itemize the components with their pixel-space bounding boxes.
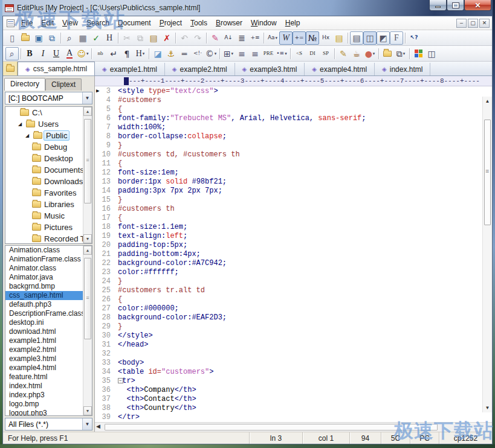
span-button[interactable]: SP — [319, 47, 332, 60]
code-line-13[interactable]: 13border:1px solid #98bf21; — [95, 178, 482, 187]
scroll-up-icon[interactable]: ▲ — [83, 246, 92, 255]
tab-example4.html[interactable]: ◈example4.html — [305, 63, 375, 75]
list-button[interactable]: •≡▾ — [275, 47, 288, 60]
file-item-example2-html[interactable]: example2.html — [5, 345, 92, 354]
tree-item-desktop[interactable]: Desktop — [5, 153, 92, 164]
image-button[interactable]: ◪ — [151, 47, 164, 60]
nbsp-button[interactable]: nb — [94, 47, 107, 60]
file-item-animator-class[interactable]: Animator.class — [5, 264, 92, 273]
tab-list-button[interactable] — [3, 62, 18, 75]
align-left-button[interactable]: ≡ — [235, 47, 248, 60]
marker-button[interactable]: ✎ — [209, 31, 222, 45]
horizontal-rule-button[interactable]: ═ — [178, 47, 191, 60]
sidebar-tab-directory[interactable]: Directory — [4, 78, 45, 91]
code-line-29[interactable]: 29} — [95, 322, 482, 331]
strike-button[interactable]: <S — [293, 47, 306, 60]
code-line-26[interactable]: 26{ — [95, 295, 482, 304]
editor-scrollbar-thumb[interactable] — [484, 120, 491, 225]
chevron-down-icon[interactable]: ▼ — [82, 92, 92, 104]
div-button[interactable]: DI — [306, 47, 319, 60]
editor-area[interactable]: ---+----1----+----2----+----3----+----4-… — [95, 76, 492, 432]
code-line-18[interactable]: 18font-size:1.1em; — [95, 223, 482, 232]
file-item-defauth-php3[interactable]: defauth.php3 — [5, 300, 92, 309]
code-line-17[interactable]: 17{ — [95, 214, 482, 223]
mdi-close-button[interactable]: ✕ — [479, 19, 490, 28]
file-item-descriptionframe-class[interactable]: DescriptionFrame.class — [5, 309, 92, 318]
print-button[interactable]: ▦ — [76, 31, 89, 45]
tree-item-pictures[interactable]: Pictures — [5, 222, 92, 233]
menu-search[interactable]: Search — [82, 17, 114, 29]
mdi-minimize-button[interactable]: – — [456, 19, 467, 28]
file-item-feature-html[interactable]: feature.html — [5, 373, 92, 382]
file-filter-selector[interactable]: All Files (*.*) ▼ — [5, 418, 92, 430]
save-all-button[interactable]: ⧉ — [45, 31, 59, 45]
window-layout-button[interactable]: ◫ — [425, 47, 438, 60]
editor-horizontal-scrollbar[interactable]: ◀ — [95, 422, 492, 432]
code-line-22[interactable]: 22background-color:#A7C942; — [95, 259, 482, 268]
file-item-logout-php3[interactable]: logout.php3 — [5, 409, 92, 416]
minimize-button[interactable] — [429, 0, 447, 11]
object-colors-button[interactable]: ●▾ — [363, 47, 377, 60]
tree-expand-icon[interactable]: ◢ — [18, 121, 22, 127]
file-item-animator-java[interactable]: Animator.java — [5, 273, 92, 282]
code-line-34[interactable]: 34<table id="customers"> — [95, 368, 482, 377]
document-properties-button[interactable]: ▤ — [332, 31, 346, 45]
file-item-example1-html[interactable]: example1.html — [5, 336, 92, 345]
tree-item-documents[interactable]: Documents — [5, 164, 92, 176]
open-folder-button[interactable] — [19, 31, 32, 45]
script-button[interactable]: ✎ — [337, 47, 350, 60]
code-line-28[interactable]: 28background-color:#EAF2D3; — [95, 313, 482, 322]
editor-hscrollbar-thumb[interactable] — [105, 424, 438, 430]
file-item-example3-html[interactable]: example3.html — [5, 354, 92, 363]
code-line-21[interactable]: 21padding-bottom:4px; — [95, 250, 482, 259]
save-button[interactable]: ▣ — [32, 31, 45, 45]
code-line-32[interactable]: 32 — [95, 350, 482, 359]
code-line-25[interactable]: 25#customers tr.alt td — [95, 286, 482, 295]
special-character-button[interactable]: ©▾ — [204, 47, 218, 60]
title-bar[interactable]: EditPlus [My Project] - [C:\Users\Public… — [0, 0, 495, 16]
line-break-button[interactable]: ↵ — [107, 47, 120, 60]
code-line-39[interactable]: 39</tr> — [95, 413, 482, 422]
tree-item-favorites[interactable]: Favorites — [5, 187, 92, 199]
scroll-left-icon[interactable]: ◀ — [96, 423, 100, 429]
tree-item-recorded-tv[interactable]: Recorded TV — [5, 233, 92, 244]
code-line-11[interactable]: 11{ — [95, 159, 482, 168]
font-color-button[interactable]: A — [63, 47, 76, 60]
delete-button[interactable]: ✗ — [160, 31, 173, 45]
tab-example1.html[interactable]: ◈example1.html — [95, 63, 165, 75]
document-window-icon[interactable] — [7, 19, 15, 27]
code-line-10[interactable]: 10#customers td, #customers th — [95, 150, 482, 159]
code-line-3[interactable]: ▶3<style type="text/css"> — [95, 87, 482, 96]
file-item-index-html[interactable]: index.html — [5, 382, 92, 391]
hex-viewer-button[interactable]: Hx — [319, 31, 332, 45]
close-button[interactable]: ✕ — [464, 0, 491, 11]
context-help-button[interactable]: ↖? — [407, 31, 421, 45]
menu-document[interactable]: Document — [114, 17, 155, 29]
tab-css_sample.html[interactable]: ◈css_sample.html — [18, 62, 95, 75]
browse-folder-button[interactable] — [381, 47, 394, 60]
tree-item-libraries[interactable]: Libraries — [5, 199, 92, 210]
menu-file[interactable]: File — [17, 17, 37, 29]
tab-example2.html[interactable]: ◈example2.html — [165, 63, 235, 75]
code-area[interactable]: ▶3<style type="text/css">4#customers5{6f… — [95, 86, 492, 422]
code-line-16[interactable]: 16#customers th — [95, 205, 482, 214]
code-line-37[interactable]: 37 <th>Contact</th> — [95, 395, 482, 404]
anchor-button[interactable]: ⚓ — [164, 47, 178, 60]
tree-item-downloads[interactable]: Downloads — [5, 176, 92, 187]
code-line-36[interactable]: 36 <th>Company</th> — [95, 386, 482, 395]
word-wrap-button[interactable]: W — [279, 31, 293, 45]
file-item-animation-class[interactable]: Animation.class — [5, 246, 92, 255]
code-line-35[interactable]: 35−<tr> — [95, 377, 482, 386]
paragraph-button[interactable]: ¶ — [120, 47, 134, 60]
chevron-down-icon[interactable]: ▼ — [82, 418, 92, 430]
scroll-down-icon[interactable]: ▼ — [483, 405, 492, 411]
mdi-restore-button[interactable]: ▢ — [468, 19, 478, 28]
align-center-button[interactable]: ≡ — [248, 47, 262, 60]
code-line-8[interactable]: 8border-collapse:collapse; — [95, 132, 482, 141]
file-item-css-sample-html[interactable]: css_sample.html — [5, 291, 92, 300]
code-line-30[interactable]: 30</style> — [95, 331, 482, 341]
applet-button[interactable]: ☕ — [350, 47, 363, 60]
tab-example3.html[interactable]: ◈example3.html — [235, 63, 305, 75]
scroll-up-icon[interactable]: ▲ — [483, 98, 492, 104]
file-item-example4-html[interactable]: example4.html — [5, 363, 92, 373]
